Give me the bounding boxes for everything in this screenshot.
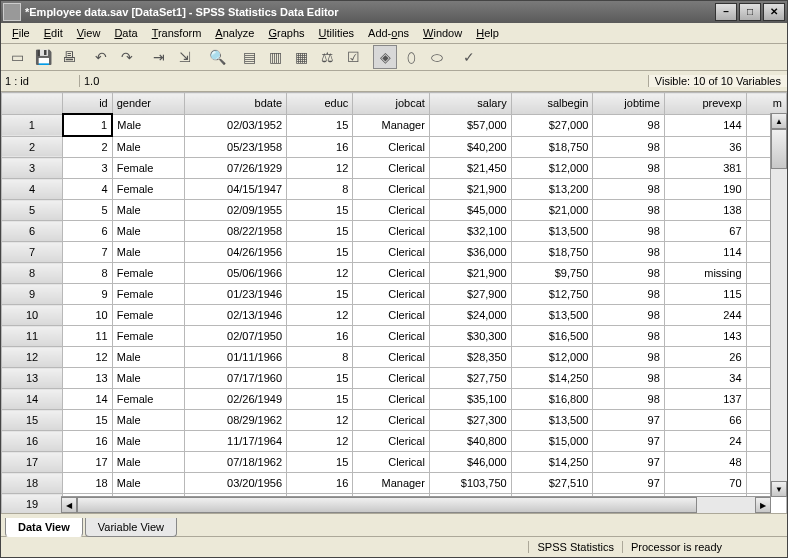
cell-salbegin[interactable]: $18,750 (511, 242, 593, 263)
cell-jobtime[interactable]: 98 (593, 179, 664, 200)
cell-jobtime[interactable]: 97 (593, 410, 664, 431)
undo-icon[interactable]: ↶ (89, 45, 113, 69)
row-header[interactable]: 11 (2, 326, 63, 347)
row-header[interactable]: 17 (2, 452, 63, 473)
cell-educ[interactable]: 15 (287, 221, 353, 242)
cell-id[interactable]: 14 (63, 389, 113, 410)
horizontal-scrollbar[interactable]: ◀ ▶ (61, 496, 771, 513)
cell-salary[interactable]: $46,000 (429, 452, 511, 473)
cell-gender[interactable]: Male (112, 452, 184, 473)
cell-jobtime[interactable]: 98 (593, 389, 664, 410)
cell-bdate[interactable]: 02/13/1946 (184, 305, 286, 326)
cell-jobcat[interactable]: Clerical (353, 242, 430, 263)
cell-jobcat[interactable]: Clerical (353, 452, 430, 473)
cell-prevexp[interactable]: 114 (664, 242, 746, 263)
cell-salary[interactable]: $21,900 (429, 179, 511, 200)
cell-educ[interactable]: 15 (287, 368, 353, 389)
cell-gender[interactable]: Female (112, 179, 184, 200)
save-icon[interactable]: 💾 (31, 45, 55, 69)
cell-educ[interactable]: 15 (287, 242, 353, 263)
cell-bdate[interactable]: 02/26/1949 (184, 389, 286, 410)
cell-gender[interactable]: Female (112, 389, 184, 410)
col-header-id[interactable]: id (63, 93, 113, 115)
scroll-left-icon[interactable]: ◀ (61, 497, 77, 513)
scroll-up-icon[interactable]: ▲ (771, 113, 787, 129)
cell-jobcat[interactable]: Clerical (353, 410, 430, 431)
cell-salary[interactable]: $27,300 (429, 410, 511, 431)
cell-educ[interactable]: 12 (287, 263, 353, 284)
cell-jobcat[interactable]: Clerical (353, 284, 430, 305)
cell-bdate[interactable]: 08/22/1958 (184, 221, 286, 242)
row-header[interactable]: 6 (2, 221, 63, 242)
menu-file[interactable]: File (5, 25, 37, 41)
cell-id[interactable]: 18 (63, 473, 113, 494)
cell-id[interactable]: 6 (63, 221, 113, 242)
cell-gender[interactable]: Female (112, 305, 184, 326)
row-header[interactable]: 19 (2, 494, 63, 514)
row-header[interactable]: 7 (2, 242, 63, 263)
cell-jobtime[interactable]: 97 (593, 431, 664, 452)
goto-var-icon[interactable]: ⇲ (173, 45, 197, 69)
cell-id[interactable]: 12 (63, 347, 113, 368)
cell-educ[interactable]: 15 (287, 200, 353, 221)
cell-educ[interactable]: 16 (287, 473, 353, 494)
cell-educ[interactable]: 12 (287, 410, 353, 431)
cell-salbegin[interactable]: $13,500 (511, 410, 593, 431)
menu-analyze[interactable]: Analyze (208, 25, 261, 41)
cell-gender[interactable]: Male (112, 473, 184, 494)
cell-salary[interactable]: $45,000 (429, 200, 511, 221)
cell-prevexp[interactable]: 67 (664, 221, 746, 242)
row-header[interactable]: 4 (2, 179, 63, 200)
cell-salbegin[interactable]: $14,250 (511, 368, 593, 389)
cell-jobtime[interactable]: 98 (593, 263, 664, 284)
cell-jobcat[interactable]: Clerical (353, 221, 430, 242)
col-header-jobcat[interactable]: jobcat (353, 93, 430, 115)
menu-addons[interactable]: Add-ons (361, 25, 416, 41)
row-header[interactable]: 9 (2, 284, 63, 305)
cell-prevexp[interactable]: 26 (664, 347, 746, 368)
cell-salbegin[interactable]: $16,800 (511, 389, 593, 410)
cell-salary[interactable]: $40,800 (429, 431, 511, 452)
cell-salbegin[interactable]: $13,200 (511, 179, 593, 200)
row-header[interactable]: 10 (2, 305, 63, 326)
cell-id[interactable]: 17 (63, 452, 113, 473)
cell-jobcat[interactable]: Clerical (353, 326, 430, 347)
cell-jobtime[interactable]: 98 (593, 326, 664, 347)
cell-salary[interactable]: $32,100 (429, 221, 511, 242)
cell-educ[interactable]: 15 (287, 452, 353, 473)
cell-prevexp[interactable]: 70 (664, 473, 746, 494)
cell-jobcat[interactable]: Manager (353, 473, 430, 494)
cell-jobtime[interactable]: 98 (593, 284, 664, 305)
row-header[interactable]: 18 (2, 473, 63, 494)
cell-salbegin[interactable]: $15,000 (511, 431, 593, 452)
goto-case-icon[interactable]: ⇥ (147, 45, 171, 69)
insert-case-icon[interactable]: ▤ (237, 45, 261, 69)
cell-bdate[interactable]: 04/15/1947 (184, 179, 286, 200)
menu-utilities[interactable]: Utilities (312, 25, 361, 41)
cell-bdate[interactable]: 05/23/1958 (184, 136, 286, 158)
row-header[interactable]: 1 (2, 114, 63, 136)
cell-jobcat[interactable]: Clerical (353, 431, 430, 452)
cell-bdate[interactable]: 07/17/1960 (184, 368, 286, 389)
cell-salary[interactable]: $27,900 (429, 284, 511, 305)
select-cases-icon[interactable]: ☑ (341, 45, 365, 69)
cell-salary[interactable]: $30,300 (429, 326, 511, 347)
cell-salbegin[interactable]: $27,000 (511, 114, 593, 136)
cell-salary[interactable]: $103,750 (429, 473, 511, 494)
row-header[interactable]: 3 (2, 158, 63, 179)
cell-educ[interactable]: 8 (287, 347, 353, 368)
cell-salbegin[interactable]: $13,500 (511, 305, 593, 326)
cell-salary[interactable]: $24,000 (429, 305, 511, 326)
scroll-down-icon[interactable]: ▼ (771, 481, 787, 497)
tab-data-view[interactable]: Data View (5, 518, 83, 537)
hscroll-thumb[interactable] (77, 497, 697, 513)
cell-salbegin[interactable]: $13,500 (511, 221, 593, 242)
cell-salbegin[interactable]: $16,500 (511, 326, 593, 347)
cell-bdate[interactable]: 02/07/1950 (184, 326, 286, 347)
cell-bdate[interactable]: 07/26/1929 (184, 158, 286, 179)
col-header-prevexp[interactable]: prevexp (664, 93, 746, 115)
cell-salary[interactable]: $40,200 (429, 136, 511, 158)
cell-jobtime[interactable]: 98 (593, 158, 664, 179)
cell-prevexp[interactable]: 36 (664, 136, 746, 158)
cell-gender[interactable]: Male (112, 114, 184, 136)
